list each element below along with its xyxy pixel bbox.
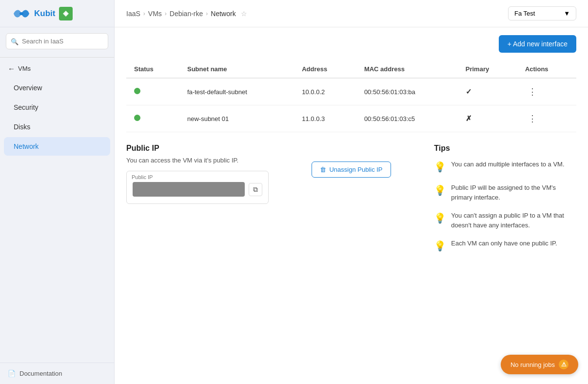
status-dot-active-2 bbox=[134, 115, 140, 121]
footer-bar: No running jobs ⚠ bbox=[501, 355, 578, 374]
col-status: Status bbox=[126, 61, 179, 78]
sidebar-footer-documentation[interactable]: 📄 Documentation bbox=[0, 363, 114, 384]
col-mac-address: MAC address bbox=[356, 61, 458, 78]
trash-icon: 🗑 bbox=[320, 166, 326, 173]
table-row: fa-test-default-subnet 10.0.0.2 00:50:56… bbox=[126, 78, 576, 105]
no-running-jobs-badge[interactable]: No running jobs ⚠ bbox=[501, 355, 578, 374]
sidebar: Kubit 🔍 ← VMs Overview Security Disks bbox=[0, 0, 115, 384]
tip-item-1: 💡 You can add multiple interfaces to a V… bbox=[434, 160, 576, 174]
bottom-section: Public IP You can access the VM via it's… bbox=[126, 144, 576, 262]
row2-primary: ✗ bbox=[458, 105, 517, 132]
breadcrumb-sep-3: › bbox=[206, 10, 208, 17]
tips-title: Tips bbox=[434, 144, 576, 153]
topbar-right: Fa Test ▼ bbox=[508, 6, 576, 20]
sidebar-divider bbox=[0, 57, 114, 58]
row1-actions-button[interactable]: ⋮ bbox=[525, 85, 540, 98]
tip-bulb-icon-1: 💡 bbox=[434, 160, 446, 174]
copy-icon: ⧉ bbox=[253, 185, 258, 193]
search-icon: 🔍 bbox=[11, 38, 19, 45]
row1-actions: ⋮ bbox=[517, 78, 576, 105]
col-address: Address bbox=[294, 61, 356, 78]
sidebar-item-overview[interactable]: Overview bbox=[4, 79, 110, 97]
back-arrow-icon: ← bbox=[8, 64, 15, 73]
doc-icon: 📄 bbox=[8, 370, 16, 377]
sidebar-nav: Overview Security Disks Network bbox=[0, 78, 114, 157]
svg-point-0 bbox=[20, 12, 23, 15]
search-input[interactable] bbox=[6, 33, 108, 49]
star-favorite-icon[interactable]: ☆ bbox=[241, 10, 247, 18]
row1-status bbox=[126, 78, 179, 105]
col-actions: Actions bbox=[517, 61, 576, 78]
public-ip-input-wrap: Public IP ⧉ bbox=[126, 171, 269, 204]
public-ip-description: You can access the VM via it's public IP… bbox=[126, 157, 269, 164]
tip-text-2: Public IP will be assigned to the VM's p… bbox=[451, 183, 576, 202]
main-area: IaaS › VMs › Debian-rke › Network ☆ Fa T… bbox=[115, 0, 588, 384]
public-ip-card: Public IP You can access the VM via it's… bbox=[126, 144, 269, 262]
row1-subnet-name: fa-test-default-subnet bbox=[179, 78, 294, 105]
col-subnet-name: Subnet name bbox=[179, 61, 294, 78]
row2-actions: ⋮ bbox=[517, 105, 576, 132]
primary-check: ✓ bbox=[466, 87, 472, 96]
kubit-logo-text: Kubit bbox=[34, 9, 55, 19]
tip-item-3: 💡 You can't assign a public IP to a VM t… bbox=[434, 211, 576, 230]
status-dot-active bbox=[134, 88, 140, 94]
col-primary: Primary bbox=[458, 61, 517, 78]
primary-x: ✗ bbox=[466, 114, 472, 122]
public-ip-field-value bbox=[133, 182, 245, 197]
tip-bulb-icon-2: 💡 bbox=[434, 183, 446, 198]
logo-area: Kubit bbox=[13, 7, 73, 20]
search-box: 🔍 bbox=[6, 33, 108, 49]
tips-area: Tips 💡 You can add multiple interfaces t… bbox=[434, 144, 576, 262]
add-new-interface-button[interactable]: + Add new interface bbox=[499, 35, 576, 53]
topbar: IaaS › VMs › Debian-rke › Network ☆ Fa T… bbox=[115, 0, 588, 27]
row2-actions-button[interactable]: ⋮ bbox=[525, 112, 540, 125]
row1-address: 10.0.0.2 bbox=[294, 78, 356, 105]
copy-ip-button[interactable]: ⧉ bbox=[249, 183, 262, 196]
back-to-vms[interactable]: ← VMs bbox=[0, 60, 114, 78]
secondary-app-icon bbox=[59, 7, 73, 20]
breadcrumb: IaaS › VMs › Debian-rke › Network ☆ bbox=[126, 10, 247, 18]
table-row: new-subnet 01 11.0.0.3 00:50:56:01:03:c5… bbox=[126, 105, 576, 132]
no-jobs-label: No running jobs bbox=[510, 361, 555, 368]
network-table-wrap: Status Subnet name Address MAC address P… bbox=[126, 61, 576, 132]
public-ip-value-row: ⧉ bbox=[133, 182, 262, 197]
row1-primary: ✓ bbox=[458, 78, 517, 105]
breadcrumb-sep-2: › bbox=[165, 10, 167, 17]
tip-item-4: 💡 Each VM can only have one public IP. bbox=[434, 239, 576, 253]
breadcrumb-network: Network bbox=[211, 10, 235, 18]
row2-mac: 00:50:56:01:03:c5 bbox=[356, 105, 458, 132]
tip-bulb-icon-3: 💡 bbox=[434, 211, 446, 225]
project-selector[interactable]: Fa Test ▼ bbox=[508, 6, 576, 20]
public-ip-title: Public IP bbox=[126, 144, 269, 153]
row1-mac: 00:50:56:01:03:ba bbox=[356, 78, 458, 105]
public-ip-field-label: Public IP bbox=[132, 174, 153, 180]
tip-text-4: Each VM can only have one public IP. bbox=[451, 239, 557, 248]
tip-item-2: 💡 Public IP will be assigned to the VM's… bbox=[434, 183, 576, 202]
dropdown-icon: ▼ bbox=[564, 10, 570, 17]
row2-subnet-name: new-subnet 01 bbox=[179, 105, 294, 132]
breadcrumb-debian-rke[interactable]: Debian-rke bbox=[170, 10, 203, 18]
sidebar-item-disks[interactable]: Disks bbox=[4, 118, 110, 136]
sidebar-item-network[interactable]: Network bbox=[4, 137, 110, 156]
sidebar-header: Kubit bbox=[0, 0, 114, 27]
breadcrumb-iaas[interactable]: IaaS bbox=[126, 10, 140, 18]
unassign-public-ip-button[interactable]: 🗑 Unassign Public IP bbox=[312, 162, 391, 178]
network-table: Status Subnet name Address MAC address P… bbox=[126, 61, 576, 132]
secondary-logo-svg bbox=[61, 9, 70, 18]
content-area: + Add new interface Status Subnet name A… bbox=[115, 27, 588, 384]
breadcrumb-vms[interactable]: VMs bbox=[148, 10, 162, 18]
tip-text-3: You can't assign a public IP to a VM tha… bbox=[451, 211, 576, 230]
tip-bulb-icon-4: 💡 bbox=[434, 239, 446, 253]
documentation-label: Documentation bbox=[20, 370, 62, 377]
table-header-row: Status Subnet name Address MAC address P… bbox=[126, 61, 576, 78]
row2-status bbox=[126, 105, 179, 132]
add-button-row: + Add new interface bbox=[126, 27, 576, 53]
project-name: Fa Test bbox=[514, 10, 535, 17]
svg-point-1 bbox=[65, 13, 67, 15]
row2-address: 11.0.0.3 bbox=[294, 105, 356, 132]
unassign-area: 🗑 Unassign Public IP bbox=[280, 144, 423, 262]
sidebar-item-security[interactable]: Security bbox=[4, 98, 110, 117]
tip-text-1: You can add multiple interfaces to a VM. bbox=[451, 160, 564, 169]
warning-icon: ⚠ bbox=[559, 360, 568, 369]
unassign-label: Unassign Public IP bbox=[329, 166, 382, 173]
